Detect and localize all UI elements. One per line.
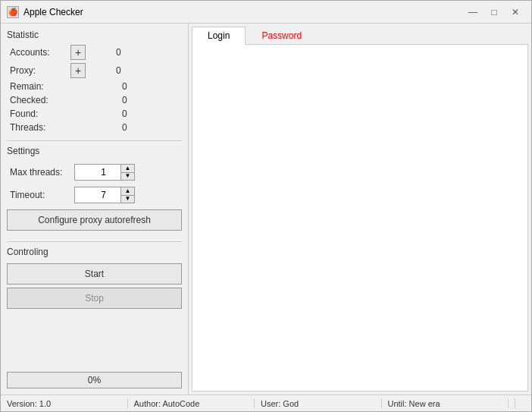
tab-login[interactable]: Login (192, 27, 246, 45)
threads-row: Threads: 0 (7, 122, 182, 133)
timeout-arrows: ▲ ▼ (120, 187, 134, 203)
progress-bar: 0% (7, 372, 182, 388)
found-label: Found: (10, 109, 70, 119)
start-button[interactable]: Start (7, 263, 182, 285)
timeout-spinner[interactable]: ▲ ▼ (74, 187, 135, 203)
timeout-up-button[interactable]: ▲ (121, 187, 134, 196)
close-button[interactable]: ✕ (505, 5, 525, 20)
minimize-button[interactable]: — (463, 5, 483, 20)
title-bar: 🍎 Apple Checker — □ ✕ (1, 1, 531, 24)
proxy-value: 0 (116, 65, 121, 76)
remain-value: 0 (122, 81, 127, 92)
found-row: Found: 0 (7, 109, 182, 119)
remain-label: Remain: (10, 81, 70, 92)
threads-value: 0 (122, 122, 127, 133)
timeout-input[interactable] (75, 187, 120, 203)
stop-button[interactable]: Stop (7, 288, 182, 309)
max-threads-row: Max threads: ▲ ▼ (7, 164, 182, 181)
max-threads-arrows: ▲ ▼ (120, 165, 134, 180)
divider-2 (7, 241, 182, 242)
app-icon: 🍎 (7, 6, 19, 18)
tabs: Login Password (192, 27, 528, 45)
status-author: Author: AutoCode (134, 399, 255, 408)
max-threads-input[interactable] (75, 165, 120, 180)
main-window: 🍎 Apple Checker — □ ✕ Statistic Accounts… (0, 0, 532, 412)
progress-text: 0% (88, 375, 101, 385)
accounts-value: 0 (116, 47, 121, 58)
controlling-section-label: Controling (7, 247, 182, 257)
statistic-section-label: Statistic (7, 30, 182, 40)
accounts-row: Accounts: + 0 (7, 45, 182, 60)
checked-label: Checked: (10, 95, 70, 105)
tab-content (192, 45, 528, 392)
window-title: Apple Checker (23, 7, 463, 17)
maximize-button[interactable]: □ (484, 5, 504, 20)
timeout-label: Timeout: (10, 190, 74, 200)
timeout-down-button[interactable]: ▼ (121, 196, 134, 203)
window-controls: — □ ✕ (463, 5, 525, 20)
timeout-row: Timeout: ▲ ▼ (7, 187, 182, 203)
status-until: Until: New era (388, 399, 509, 408)
accounts-label: Accounts: (10, 47, 70, 58)
remain-row: Remain: 0 (7, 81, 182, 92)
scrollbar-corner (515, 398, 525, 409)
settings-section-label: Settings (7, 146, 182, 156)
found-value: 0 (122, 109, 127, 119)
proxy-label: Proxy: (10, 65, 70, 76)
max-threads-spinner[interactable]: ▲ ▼ (74, 164, 135, 181)
left-panel: Statistic Accounts: + 0 Proxy: + 0 Remai… (1, 24, 189, 395)
checked-value: 0 (122, 95, 127, 105)
status-version: Version: 1.0 (7, 399, 128, 408)
max-threads-down-button[interactable]: ▼ (121, 173, 134, 181)
add-accounts-button[interactable]: + (70, 45, 86, 60)
max-threads-label: Max threads: (10, 167, 74, 178)
status-user: User: God (261, 399, 382, 408)
status-bar: Version: 1.0 Author: AutoCode User: God … (1, 395, 531, 411)
add-proxy-button[interactable]: + (70, 63, 86, 78)
proxy-row: Proxy: + 0 (7, 63, 182, 78)
tab-password[interactable]: Password (246, 27, 318, 44)
divider-1 (7, 140, 182, 141)
configure-proxy-button[interactable]: Configure proxy autorefresh (7, 209, 182, 231)
right-panel: Login Password (189, 24, 531, 395)
content-area: Statistic Accounts: + 0 Proxy: + 0 Remai… (1, 24, 531, 395)
checked-row: Checked: 0 (7, 95, 182, 105)
threads-label: Threads: (10, 122, 70, 133)
max-threads-up-button[interactable]: ▲ (121, 165, 134, 173)
